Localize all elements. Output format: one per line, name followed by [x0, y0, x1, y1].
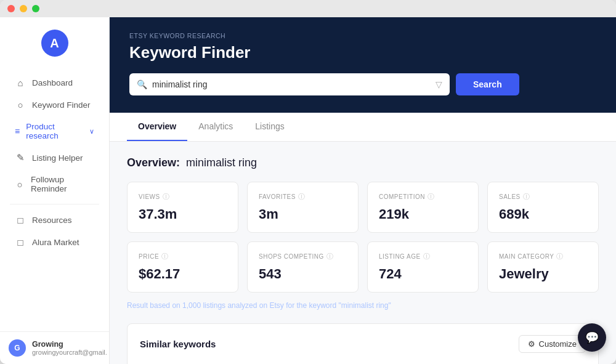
minimize-button[interactable]: [20, 5, 27, 12]
logo-letter: A: [50, 36, 59, 51]
info-icon-competition[interactable]: ⓘ: [428, 192, 435, 201]
stat-value-price: $62.17: [139, 266, 227, 282]
info-icon-price[interactable]: ⓘ: [161, 252, 169, 261]
sidebar-item-label: Keyword Finder: [32, 100, 91, 110]
stat-value-sales: 689k: [499, 206, 587, 222]
app-window: A ⌂ Dashboard ○ Keyword Finder ≡ Product…: [0, 0, 616, 364]
chevron-down-icon: ∨: [89, 127, 94, 135]
search-input-container: 🔍 ▽: [129, 73, 450, 95]
table-header: KEYWORD ⇅ VIEWS ⇅ COMPETITION ⇅: [140, 362, 586, 364]
app-layout: A ⌂ Dashboard ○ Keyword Finder ≡ Product…: [0, 17, 616, 364]
app-logo: A: [41, 30, 68, 57]
stat-label-main-category: MAIN CATEGORY ⓘ: [499, 252, 587, 261]
sidebar: A ⌂ Dashboard ○ Keyword Finder ≡ Product…: [0, 17, 110, 364]
sidebar-item-product-research[interactable]: ≡ Product research ∨: [5, 116, 104, 146]
chat-button[interactable]: 💬: [578, 323, 606, 352]
similar-keywords-section: Similar keywords ⚙ Customize KEYWO: [127, 323, 599, 364]
stat-value-listing-age: 724: [379, 266, 467, 282]
stat-card-main-category: MAIN CATEGORY ⓘ Jewelry: [487, 241, 599, 293]
overview-section: Overview: minimalist ring VIEWS ⓘ 37.3m: [110, 142, 616, 364]
market-icon: □: [15, 237, 26, 248]
info-icon-favorites[interactable]: ⓘ: [298, 192, 306, 201]
stat-value-favorites: 3m: [259, 206, 347, 222]
stat-card-views: VIEWS ⓘ 37.3m: [127, 182, 238, 233]
maximize-button[interactable]: [32, 5, 39, 12]
edit-icon: ✎: [15, 152, 26, 163]
tab-listings[interactable]: Listings: [244, 113, 295, 141]
sidebar-item-followup-reminder[interactable]: ○ Followup Reminder: [5, 169, 104, 199]
avatar: G: [9, 339, 26, 357]
close-button[interactable]: [7, 5, 15, 12]
stat-label-competition: COMPETITION ⓘ: [379, 192, 467, 201]
search-button[interactable]: Search: [456, 73, 519, 95]
bell-icon: ○: [15, 179, 25, 190]
stat-card-sales: SALES ⓘ 689k: [487, 182, 599, 233]
stats-row-2: PRICE ⓘ $62.17 SHOPS COMPETING ⓘ 543: [127, 241, 599, 293]
sidebar-item-keyword-finder[interactable]: ○ Keyword Finder: [5, 94, 104, 116]
page-header: ETSY KEYWORD RESEARCH Keyword Finder 🔍 ▽…: [110, 17, 616, 113]
search-icon: ○: [15, 100, 26, 110]
customize-icon: ⚙: [528, 339, 535, 349]
sidebar-item-label: Listing Helper: [32, 153, 83, 163]
nav-divider: [10, 204, 99, 204]
stat-label-price: PRICE ⓘ: [139, 252, 227, 261]
stat-card-competition: COMPETITION ⓘ 219k: [367, 182, 479, 233]
sidebar-item-label: Followup Reminder: [31, 175, 94, 193]
logo-area: A: [0, 17, 109, 67]
info-icon-sales[interactable]: ⓘ: [523, 192, 530, 201]
stat-card-favorites: FAVORITES ⓘ 3m: [247, 182, 359, 233]
stat-label-views: VIEWS ⓘ: [139, 192, 227, 201]
user-name: Growing: [32, 340, 107, 349]
info-icon-shops[interactable]: ⓘ: [326, 252, 334, 261]
search-bar: 🔍 ▽ Search: [129, 73, 596, 95]
main-content: ETSY KEYWORD RESEARCH Keyword Finder 🔍 ▽…: [110, 17, 616, 364]
user-area: G Growing growingyourcraft@gmail.: [0, 331, 109, 364]
search-input[interactable]: [152, 73, 431, 95]
content-area: Overview Analytics Listings Overview: mi…: [110, 113, 616, 364]
sidebar-item-dashboard[interactable]: ⌂ Dashboard: [5, 72, 104, 94]
stat-value-competition: 219k: [379, 206, 467, 222]
info-icon-listing-age[interactable]: ⓘ: [423, 252, 431, 261]
tab-bar: Overview Analytics Listings: [110, 113, 616, 142]
sidebar-item-alura-market[interactable]: □ Alura Market: [5, 232, 104, 253]
overview-title: Overview: minimalist ring: [127, 156, 599, 169]
stat-value-main-category: Jewelry: [499, 266, 587, 282]
stat-card-shops-competing: SHOPS COMPETING ⓘ 543: [247, 241, 359, 293]
titlebar: [0, 0, 616, 17]
info-icon-category[interactable]: ⓘ: [556, 252, 564, 261]
main-nav: ⌂ Dashboard ○ Keyword Finder ≡ Product r…: [0, 67, 109, 331]
customize-button[interactable]: ⚙ Customize: [519, 335, 586, 353]
header-label: ETSY KEYWORD RESEARCH: [129, 32, 596, 39]
stat-label-sales: SALES ⓘ: [499, 192, 587, 201]
user-info: Growing growingyourcraft@gmail.: [32, 340, 107, 356]
resources-icon: □: [15, 215, 26, 225]
sidebar-item-label: Dashboard: [32, 78, 73, 87]
sidebar-item-label: Resources: [32, 216, 72, 225]
sidebar-item-label: Alura Market: [32, 238, 79, 247]
tab-analytics[interactable]: Analytics: [187, 113, 244, 141]
stat-card-listing-age: LISTING AGE ⓘ 724: [367, 241, 479, 293]
search-icon: 🔍: [137, 79, 147, 89]
stat-value-views: 37.3m: [139, 206, 227, 222]
sidebar-item-resources[interactable]: □ Resources: [5, 209, 104, 231]
similar-keywords-header: Similar keywords ⚙ Customize: [140, 335, 586, 353]
sidebar-item-label: Product research: [26, 122, 83, 140]
result-note: Result based on 1,000 listings analyzed …: [127, 301, 599, 310]
info-icon-views[interactable]: ⓘ: [163, 192, 170, 201]
chat-icon: 💬: [585, 331, 599, 344]
sidebar-item-listing-helper[interactable]: ✎ Listing Helper: [5, 147, 104, 169]
stat-value-shops-competing: 543: [259, 266, 347, 282]
filter-icon[interactable]: ▽: [436, 79, 442, 89]
page-title: Keyword Finder: [129, 43, 596, 62]
layers-icon: ≡: [15, 126, 20, 136]
similar-keywords-title: Similar keywords: [140, 339, 216, 349]
stat-label-shops-competing: SHOPS COMPETING ⓘ: [259, 252, 347, 261]
stats-row-1: VIEWS ⓘ 37.3m FAVORITES ⓘ 3m: [127, 182, 599, 233]
stat-label-favorites: FAVORITES ⓘ: [259, 192, 347, 201]
tab-overview[interactable]: Overview: [127, 113, 187, 141]
home-icon: ⌂: [15, 78, 26, 88]
stat-card-price: PRICE ⓘ $62.17: [127, 241, 238, 293]
user-email: growingyourcraft@gmail.: [32, 349, 107, 356]
stat-label-listing-age: LISTING AGE ⓘ: [379, 252, 467, 261]
